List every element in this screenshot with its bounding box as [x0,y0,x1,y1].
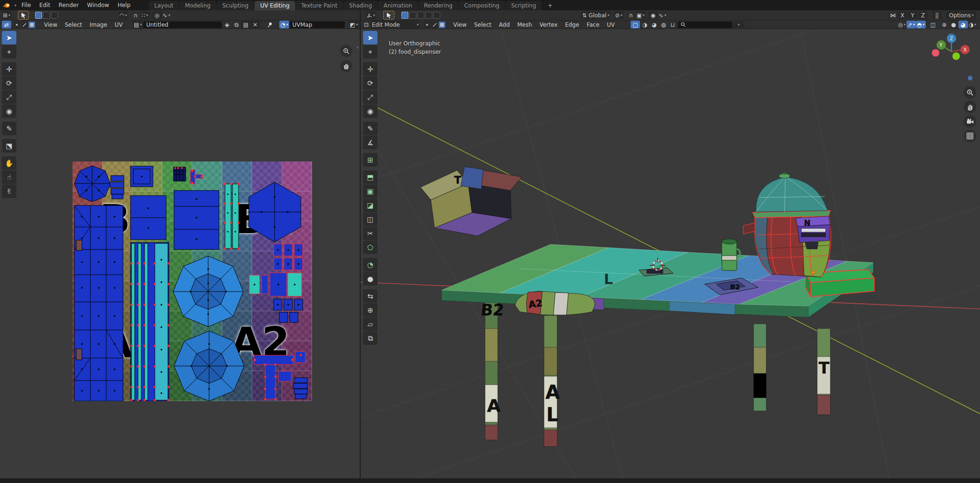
vp-menu-view[interactable]: View [450,21,470,29]
uvmap-field[interactable]: UVMap [289,21,345,29]
uv-islands[interactable] [73,161,312,401]
poly-build-tool[interactable]: ⬠ [363,241,377,254]
knife-tool[interactable]: ✂ [363,227,377,240]
vp-select-mode-vertex[interactable] [424,22,430,28]
inset-faces-tool[interactable]: ▣ [363,184,377,198]
vp-menu-vertex[interactable]: Vertex [536,21,561,29]
shrink-fatten-tool[interactable]: ⊕ [363,303,377,317]
uv-snap-target-button[interactable]: ◠▾ [118,11,128,19]
rotate-tool[interactable]: ⟳ [363,76,377,90]
loop-cut-tool[interactable]: ◫ [363,212,377,226]
workspace-tab-shading[interactable]: Shading [343,1,378,10]
move-tool[interactable]: ✛ [363,62,377,76]
box-mesh[interactable]: T [421,167,522,236]
bevel-tool[interactable]: ◪ [363,198,377,212]
uv-menu-view[interactable]: View [40,21,61,29]
scale-tool[interactable]: ⤢ [2,90,16,104]
annotate-tool[interactable]: ✎ [363,122,377,135]
uv-select-mode-vertex[interactable] [14,22,20,28]
shading-material-button[interactable]: ◕ [958,21,968,29]
open-image-folder-icon[interactable]: ▤ [241,21,250,29]
relax-tool[interactable]: ☝ [2,170,16,184]
vp-falloff-button[interactable]: ∿▾ [658,11,667,19]
grid-ortho-button[interactable] [964,130,976,142]
vp-orientation-dropdown[interactable]: ⇅ Global▾ [581,11,610,19]
pin-icon[interactable] [265,21,275,29]
mirror-butterfly-icon[interactable]: ⋈ [888,11,898,19]
unlink-image-icon[interactable]: ✕ [250,21,260,29]
move-tool[interactable]: ✛ [2,62,16,76]
vp-tool-header-button[interactable]: ⍼▾ [366,11,376,19]
shading-solid-icon[interactable]: ◑ [640,21,649,29]
vp-select-mode-edge[interactable] [431,22,438,28]
vp-menu-uv[interactable]: UV [603,21,618,29]
workspace-tab-compositing[interactable]: Compositing [458,1,505,10]
shading-solid-button[interactable]: ● [949,21,958,29]
cursor-tool[interactable]: ⌖ [363,45,377,59]
viewport-scene[interactable]: A A L T [361,29,980,478]
vp-menu-edge[interactable]: Edge [561,21,583,29]
camera-dot-indicator[interactable] [968,76,973,80]
edge-slide-tool[interactable]: ⇆ [363,289,377,303]
gizmo-minus-x-axis[interactable] [932,49,939,57]
uv-pan-button[interactable] [340,60,352,72]
workspace-tab-scripting[interactable]: Scripting [506,1,542,10]
uv-sync-select-toggle[interactable]: ⇄ [2,21,11,29]
image-name-field[interactable]: Untitled [143,21,222,29]
select-box-tool[interactable]: ➤ [2,31,16,44]
uv-snap-grid-button[interactable]: ∷▾ [140,11,150,19]
viewport-search-input[interactable] [677,21,733,29]
vp-active-tool-button[interactable] [383,11,394,20]
shading-wireframe-button[interactable]: ⊕ [940,21,949,29]
transform-tool[interactable]: ◉ [363,104,377,118]
rip-region-tool[interactable]: ⧉ [363,331,377,345]
blender-logo-icon[interactable] [3,2,11,8]
topbar-menu-edit[interactable]: Edit [35,1,54,9]
mirror-y-button[interactable]: Y [908,11,917,19]
vp-selopt-new[interactable] [401,12,408,19]
edit-mode-cube-icon[interactable]: ⊡ [362,21,371,29]
uvmap-sphere-icon[interactable]: ◔▾ [279,21,289,29]
uv-select-mode-face[interactable] [29,22,35,28]
mirror-x-button[interactable]: X [898,11,907,19]
uv-editor-type-button[interactable]: ⊞▾ [2,11,11,19]
navigation-gizmo[interactable]: Z Y X [931,32,972,72]
mode-dropdown[interactable]: Edit Mode▾ [371,21,420,29]
duplicate-image-icon[interactable]: ⧉ [232,21,241,29]
falloff-dots-icon[interactable]: ⣿ [932,11,942,19]
workspace-tab-layout[interactable]: Layout [149,1,180,10]
uv-menu-select[interactable]: Select [61,21,86,29]
camera-view-button[interactable] [964,115,976,128]
extrude-tool[interactable]: ⬒ [363,170,377,184]
vp-menu-add[interactable]: Add [495,21,514,29]
pinch-tool[interactable]: ✌ [2,184,16,198]
uv-menu-image[interactable]: Image [86,21,111,29]
uv-select-mode-edge[interactable] [21,22,28,28]
uv-sidebar-arrow[interactable]: ‹ [356,44,359,51]
vp-menu-mesh[interactable]: Mesh [514,21,536,29]
uv-selopt-extend[interactable] [43,12,50,19]
grab-tool[interactable]: ✋ [2,156,16,170]
mirror-z-button[interactable]: Z [918,11,928,19]
fake-user-shield-icon[interactable]: ◈ [222,21,232,29]
measure-tool[interactable]: ∡ [363,136,377,149]
vp-selopt-difference[interactable] [425,12,432,19]
editor-divider[interactable] [360,10,361,478]
add-cube-tool[interactable]: ⊞ [363,153,377,167]
workspace-tab-sculpting[interactable]: Sculpting [217,1,254,10]
xray-square-icon[interactable]: ▢ [631,21,640,29]
workspace-tab-uv-editing[interactable]: UV Editing [254,1,296,10]
workspace-tab-rendering[interactable]: Rendering [418,1,458,10]
shading-material-icon[interactable]: ◕ [649,21,659,29]
topbar-menu-file[interactable]: File [17,1,35,9]
workspace-tab-modeling[interactable]: Modeling [180,1,217,10]
select-box-tool[interactable]: ➤ [363,31,377,44]
annotate-tool[interactable]: ✎ [2,122,16,135]
spin-tool[interactable]: ◔ [363,258,377,271]
search-collapse-pill[interactable]: ▾ [733,22,745,28]
options-dropdown[interactable]: Options▾ [946,11,976,19]
shear-tool[interactable]: ▱ [363,317,377,331]
rotate-tool[interactable]: ⟳ [2,76,16,90]
uv-selopt-new[interactable] [35,12,42,19]
topbar-menu-help[interactable]: Help [113,1,134,9]
